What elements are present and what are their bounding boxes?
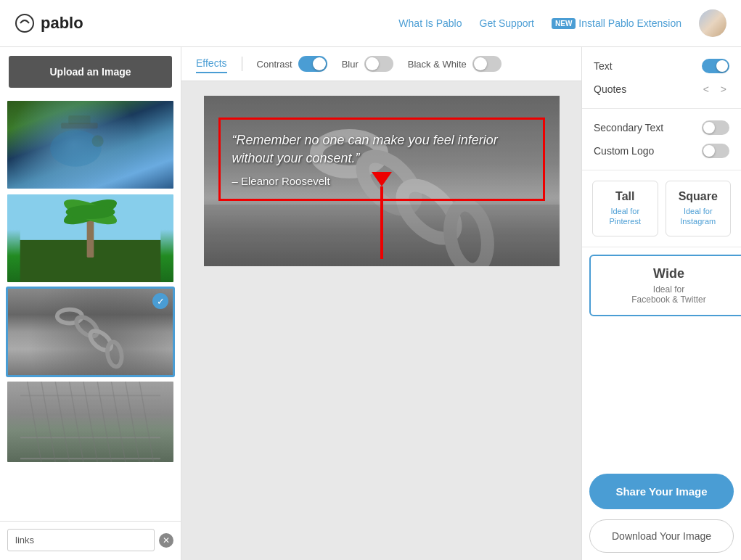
sidebar: Upload an Image — [0, 47, 181, 560]
right-panel: Text Quotes < > Secondary Text — [581, 47, 741, 560]
pablo-logo-icon — [15, 13, 35, 33]
header: pablo What Is Pablo Get Support NEW Inst… — [0, 0, 741, 47]
svg-line-25 — [111, 382, 125, 462]
text-quotes-section: Text Quotes < > — [582, 47, 741, 109]
blur-toggle-knob — [366, 57, 379, 70]
secondary-text-toggle[interactable] — [702, 120, 729, 135]
format-section: Tall Ideal for Pinterest Square Ideal fo… — [582, 170, 741, 247]
secondary-text-toggle-knob — [703, 122, 715, 133]
text-toggle-knob — [716, 60, 728, 72]
secondary-section: Secondary Text Custom Logo — [582, 109, 741, 170]
custom-logo-row: Custom Logo — [594, 144, 729, 158]
selected-check — [152, 293, 168, 309]
blur-label: Blur — [342, 59, 359, 70]
svg-rect-3 — [68, 115, 90, 124]
arrow-line — [380, 186, 383, 259]
effects-tab[interactable]: Effects — [196, 54, 227, 73]
contrast-toggle[interactable] — [298, 56, 327, 72]
svg-point-1 — [50, 130, 102, 166]
quotes-navigation: < > — [700, 82, 729, 96]
quotes-row: Quotes < > — [594, 82, 729, 96]
blur-toggle-group: Blur — [342, 56, 393, 72]
extension-label: Install Pablo Extension — [578, 17, 681, 29]
svg-line-21 — [55, 382, 69, 462]
svg-line-23 — [83, 382, 97, 462]
quotes-prev-button[interactable]: < — [700, 82, 712, 96]
logo-text: pablo — [41, 14, 83, 33]
secondary-text-label: Secondary Text — [594, 122, 663, 133]
svg-point-14 — [105, 341, 123, 368]
format-tall-title: Tall — [599, 190, 652, 203]
svg-line-20 — [41, 382, 55, 462]
list-item[interactable] — [6, 380, 175, 464]
svg-rect-7 — [87, 215, 94, 258]
avatar-image — [699, 9, 726, 37]
svg-line-27 — [139, 382, 153, 462]
bw-toggle[interactable] — [472, 56, 501, 72]
canvas-area: Effects Contrast Blur Black & White — [181, 47, 581, 560]
search-input[interactable] — [7, 529, 155, 551]
header-nav: What Is Pablo Get Support NEW Install Pa… — [398, 9, 726, 37]
custom-logo-label: Custom Logo — [594, 145, 654, 157]
upload-image-button[interactable]: Upload an Image — [9, 56, 172, 88]
nav-what-is-pablo[interactable]: What Is Pablo — [398, 17, 462, 29]
quotes-label: Quotes — [594, 83, 626, 95]
custom-logo-toggle[interactable] — [702, 144, 729, 158]
format-wide-sub: Ideal forFacebook & Twitter — [601, 284, 737, 305]
format-square-sub: Ideal for Instagram — [672, 206, 725, 227]
bw-label: Black & White — [408, 59, 467, 70]
clear-search-button[interactable]: ✕ — [159, 533, 173, 548]
svg-point-4 — [92, 135, 104, 147]
nav-get-support[interactable]: Get Support — [480, 17, 535, 29]
svg-line-24 — [97, 382, 111, 462]
share-image-button[interactable]: Share Your Image — [589, 474, 734, 509]
svg-point-10 — [66, 205, 115, 219]
svg-line-19 — [28, 382, 41, 462]
format-square-card[interactable]: Square Ideal for Instagram — [666, 181, 732, 236]
text-row: Text — [594, 59, 729, 73]
avatar[interactable] — [699, 9, 726, 37]
text-toggle[interactable] — [702, 59, 729, 73]
image-list — [0, 96, 181, 521]
logo[interactable]: pablo — [15, 13, 83, 33]
contrast-toggle-knob — [313, 57, 326, 70]
format-tall-card[interactable]: Tall Ideal for Pinterest — [592, 181, 658, 236]
svg-line-22 — [70, 382, 83, 462]
svg-point-12 — [73, 313, 100, 340]
list-item[interactable] — [6, 193, 175, 284]
effects-bar: Effects Contrast Blur Black & White — [181, 47, 581, 81]
custom-logo-toggle-knob — [703, 145, 715, 157]
bw-toggle-group: Black & White — [408, 56, 501, 72]
format-wide-card[interactable]: Wide Ideal forFacebook & Twitter — [589, 255, 741, 316]
main-layout: Upload an Image — [0, 47, 741, 560]
format-square-title: Square — [672, 190, 725, 203]
blur-toggle[interactable] — [364, 56, 393, 72]
svg-line-26 — [126, 382, 139, 462]
arrow-head — [372, 172, 392, 186]
contrast-toggle-group: Contrast — [257, 56, 327, 72]
quotes-next-button[interactable]: > — [718, 82, 729, 96]
list-item[interactable] — [6, 287, 175, 377]
format-tall-sub: Ideal for Pinterest — [599, 206, 652, 227]
canvas-wrapper: “Remember no one can make you feel infer… — [181, 81, 581, 560]
contrast-label: Contrast — [257, 59, 292, 70]
new-badge: NEW — [552, 18, 576, 29]
bw-toggle-knob — [474, 57, 487, 70]
secondary-text-row: Secondary Text — [594, 120, 729, 135]
format-wide-title: Wide — [601, 266, 737, 281]
extension-link[interactable]: NEW Install Pablo Extension — [552, 17, 681, 29]
search-bar: ✕ — [0, 521, 181, 560]
list-item[interactable] — [6, 99, 175, 190]
text-label: Text — [594, 60, 613, 72]
quote-text: “Remember no one can make you feel infer… — [232, 131, 531, 168]
red-arrow-indicator — [372, 172, 392, 259]
svg-point-0 — [16, 15, 33, 32]
divider — [242, 57, 242, 71]
download-image-button[interactable]: Download Your Image — [589, 519, 734, 553]
